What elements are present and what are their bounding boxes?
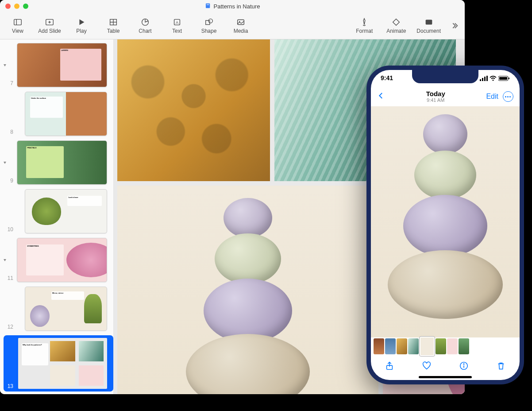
- slide-number: 11: [4, 275, 15, 282]
- view-button[interactable]: View: [4, 16, 31, 35]
- svg-point-27: [493, 80, 494, 81]
- delete-button[interactable]: [496, 361, 506, 372]
- svg-point-34: [463, 364, 464, 364]
- slide-thumb-8[interactable]: 8 Under the surface: [4, 92, 113, 136]
- slide-number: 7: [4, 80, 15, 87]
- svg-rect-25: [484, 77, 486, 81]
- slide-thumb-7[interactable]: 7 LAYERS: [4, 43, 113, 87]
- shape-button[interactable]: Shape: [196, 16, 222, 35]
- document-label: Document: [416, 28, 441, 34]
- toolbar: View Add Slide Play Table Chart A Text: [0, 12, 465, 39]
- iphone-notch: [412, 70, 478, 83]
- toolbar-overflow-button[interactable]: [448, 21, 460, 31]
- svg-marker-7: [79, 19, 84, 25]
- battery-icon: [498, 75, 510, 82]
- table-label: Table: [107, 28, 120, 34]
- slide-number: 9: [4, 178, 15, 185]
- slide-number: 8: [4, 129, 15, 136]
- svg-rect-2: [14, 19, 22, 25]
- svg-rect-23: [480, 79, 481, 81]
- slide-number: 13: [4, 383, 15, 390]
- zoom-window-button[interactable]: [23, 4, 28, 9]
- format-button[interactable]: Format: [351, 16, 378, 35]
- text-label: Text: [172, 28, 182, 34]
- thumb-item[interactable]: [459, 338, 469, 354]
- info-button[interactable]: [459, 361, 469, 372]
- animate-label: Animate: [386, 28, 406, 34]
- slide-thumb-11[interactable]: 11 SYMMETRIES: [4, 238, 113, 282]
- slide-number: 10: [4, 226, 15, 233]
- slide-thumb-10[interactable]: 10 Look closer: [4, 189, 113, 233]
- chart-label: Chart: [139, 28, 151, 34]
- animate-button[interactable]: Animate: [383, 16, 409, 35]
- more-options-button[interactable]: [503, 91, 513, 102]
- edit-button[interactable]: Edit: [486, 93, 498, 101]
- wifi-icon: [490, 75, 497, 82]
- slide-thumb-12[interactable]: 12 Mirror, mirror: [4, 287, 113, 331]
- svg-marker-18: [393, 19, 400, 26]
- svg-text:A: A: [176, 20, 179, 25]
- disclosure-triangle-icon[interactable]: [3, 61, 8, 69]
- thumb-item[interactable]: [447, 338, 458, 354]
- svg-rect-19: [425, 20, 432, 25]
- disclosure-triangle-icon[interactable]: [3, 256, 8, 264]
- home-indicator[interactable]: [419, 376, 472, 378]
- slide-thumb-13[interactable]: 13 Why look for patterns?: [4, 335, 113, 392]
- titlebar[interactable]: Patterns in Nature: [0, 0, 465, 12]
- photo-toolbar: [371, 358, 520, 376]
- table-button[interactable]: Table: [100, 16, 127, 35]
- svg-rect-30: [509, 78, 509, 79]
- photo-thumbnail-strip[interactable]: [371, 337, 520, 355]
- favorite-button[interactable]: [422, 361, 432, 372]
- thumb-item[interactable]: [397, 338, 407, 354]
- slide-image-honeycomb[interactable]: [117, 39, 270, 181]
- svg-rect-26: [486, 76, 488, 81]
- media-button[interactable]: Media: [227, 16, 254, 35]
- svg-rect-24: [482, 78, 483, 81]
- minimize-window-button[interactable]: [14, 4, 19, 9]
- text-button[interactable]: A Text: [164, 16, 190, 35]
- slide-thumb-9[interactable]: 9 FRACTALS: [4, 140, 113, 185]
- share-button[interactable]: [385, 361, 394, 372]
- slide-navigator[interactable]: 7 LAYERS 8 Under the surface 9: [0, 39, 114, 394]
- svg-rect-0: [206, 3, 210, 8]
- keynote-doc-icon: [205, 3, 211, 10]
- thumb-item[interactable]: [374, 338, 384, 354]
- svg-rect-29: [499, 77, 507, 80]
- svg-marker-21: [4, 162, 6, 164]
- back-button[interactable]: [377, 92, 385, 101]
- svg-rect-1: [207, 4, 209, 5]
- slide-image-urchin-stack[interactable]: [117, 186, 378, 394]
- document-button[interactable]: Document: [415, 16, 443, 35]
- svg-point-15: [208, 19, 212, 23]
- add-slide-button[interactable]: Add Slide: [36, 16, 63, 35]
- svg-marker-22: [4, 259, 6, 261]
- media-label: Media: [234, 28, 248, 34]
- photos-nav-bar: Today 9:41 AM Edit: [371, 88, 520, 105]
- status-time: 9:41: [381, 74, 393, 83]
- slide-number: 12: [4, 324, 15, 331]
- cellular-signal-icon: [480, 75, 488, 82]
- thumb-item[interactable]: [385, 338, 396, 354]
- window-title: Patterns in Nature: [214, 3, 260, 10]
- play-button[interactable]: Play: [68, 16, 95, 35]
- thumb-item[interactable]: [436, 338, 446, 354]
- play-label: Play: [76, 28, 86, 34]
- thumb-item-selected[interactable]: [420, 337, 435, 356]
- close-window-button[interactable]: [5, 4, 11, 9]
- thumb-item[interactable]: [408, 338, 419, 354]
- disclosure-triangle-icon[interactable]: [3, 159, 8, 167]
- photo-subtitle: 9:41 AM: [426, 97, 445, 103]
- shape-label: Shape: [201, 28, 217, 34]
- photo-viewer[interactable]: [371, 106, 520, 337]
- svg-marker-20: [4, 64, 6, 66]
- photo-title: Today: [426, 90, 445, 98]
- format-label: Format: [356, 28, 373, 34]
- iphone-device: 9:41 Today 9:41 AM Edit: [366, 66, 524, 384]
- chart-button[interactable]: Chart: [132, 16, 158, 35]
- add-slide-label: Add Slide: [38, 28, 61, 34]
- view-label: View: [12, 28, 23, 34]
